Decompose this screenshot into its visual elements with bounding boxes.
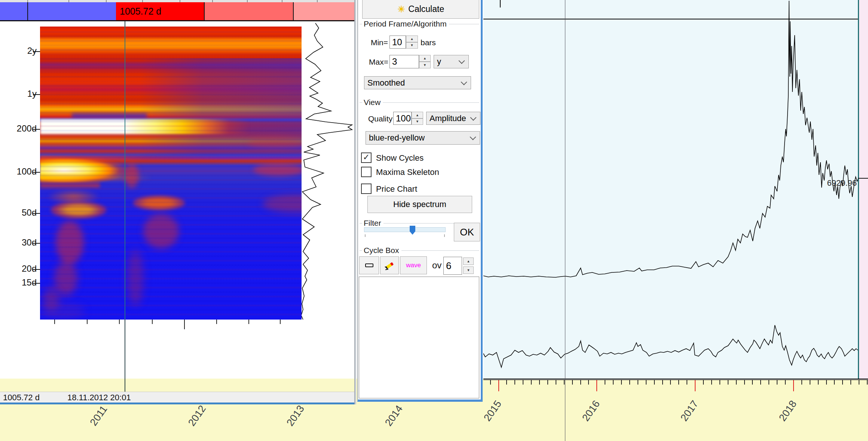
month-tick [760, 380, 761, 385]
year-tick [596, 380, 597, 391]
cycle-bar-segment [204, 2, 293, 20]
year-tick [793, 380, 794, 391]
spectrogram-time-tick [216, 320, 217, 324]
month-tick [711, 380, 712, 385]
min-label: Min= [369, 38, 388, 47]
remove-cycle-button[interactable] [359, 256, 379, 274]
month-tick [703, 380, 704, 385]
checkbox-icon[interactable]: ✓ [361, 152, 372, 163]
current-price-label: 6929.96 [794, 178, 857, 188]
spinner-down-icon[interactable]: ▼ [463, 266, 474, 274]
spinner-up-icon[interactable]: ▲ [463, 257, 474, 265]
month-tick [670, 380, 671, 385]
palette-dropdown[interactable]: blue-red-yellow [366, 131, 480, 145]
year-tick [695, 380, 696, 391]
month-tick [801, 380, 802, 385]
price-chart-panel[interactable]: 6929.96 [483, 0, 868, 379]
month-tick [490, 380, 491, 385]
hide-spectrum-button[interactable]: Hide spectrum [367, 196, 472, 213]
status-datetime-value: 18.11.2012 20:01 [67, 393, 131, 403]
month-tick [646, 380, 647, 385]
cycle-listbox[interactable] [359, 277, 479, 398]
chevron-down-icon [461, 79, 467, 85]
filter-slider-track[interactable] [364, 227, 446, 232]
overtones-field[interactable]: 6 [443, 257, 462, 275]
slider-end-tick [444, 234, 445, 237]
period-axis-label: 20d [0, 263, 37, 274]
group-title: View [364, 98, 380, 107]
palette-value: blue-red-yellow [369, 133, 425, 143]
quality-stepper[interactable]: ▲ ▼ [412, 112, 423, 125]
month-tick [531, 380, 532, 385]
month-tick [506, 380, 507, 385]
status-bar: 1005.72 d 18.11.2012 20:01 [0, 392, 355, 403]
group-title: Filter [364, 219, 381, 228]
period-axis-label: 15d [0, 277, 37, 288]
bars-unit-label: bars [421, 38, 436, 47]
erase-cycles-button[interactable] [380, 256, 399, 274]
spinner-down-icon[interactable]: ▼ [406, 42, 418, 49]
period-axis-label: 100d [0, 166, 37, 177]
overtones-stepper[interactable]: ▲ ▼ [463, 257, 474, 274]
month-tick [514, 380, 515, 385]
heatmap-banding-texture [40, 27, 302, 320]
period-axis-tick [33, 269, 40, 270]
period-axis-tick [33, 94, 40, 95]
min-bars-field[interactable]: 10 [389, 36, 406, 49]
checkbox-icon[interactable] [361, 184, 372, 194]
month-tick [834, 380, 835, 385]
month-tick [654, 380, 655, 385]
display-mode-value: Amplitude [430, 114, 466, 123]
spectrogram-time-tick [54, 320, 55, 324]
app-window: 20112012201320142015201620172018 6929.96… [0, 0, 868, 441]
year-tick [498, 380, 499, 391]
sun-icon: ☀ [397, 4, 406, 15]
month-tick [768, 380, 769, 385]
spectrogram-time-tick [248, 320, 249, 324]
filter-slider-thumb[interactable] [410, 226, 415, 235]
max-unit-value: y [437, 57, 441, 67]
spinner-up-icon[interactable]: ▲ [412, 112, 423, 118]
chevron-down-icon [470, 134, 476, 140]
max-period-field[interactable]: 3 [389, 55, 419, 68]
month-tick [744, 380, 745, 385]
spinner-up-icon[interactable]: ▲ [406, 36, 418, 42]
quality-field[interactable]: 100 [393, 112, 412, 125]
checkbox-icon[interactable] [361, 167, 372, 177]
overtones-label: ov [432, 260, 441, 271]
current-price-marker-line [858, 178, 868, 179]
period-axis-label: 200d [0, 123, 37, 134]
spinner-up-icon[interactable]: ▲ [419, 55, 431, 62]
display-mode-dropdown[interactable]: Amplitude [426, 112, 480, 125]
filter-ok-button[interactable]: OK [454, 223, 480, 241]
period-axis-label: 30d [0, 237, 37, 248]
chart-cursor-tick [500, 0, 501, 7]
month-tick [539, 380, 540, 385]
month-tick [752, 380, 753, 385]
min-bars-stepper[interactable]: ▲ ▼ [406, 36, 418, 49]
price-and-oscillator-curves [483, 0, 868, 379]
month-tick [810, 380, 810, 385]
wave-button[interactable]: wave [400, 256, 427, 274]
checkbox-label: Price Chart [376, 184, 417, 194]
cycle-color-bar[interactable]: 1005.72 d [0, 2, 354, 20]
month-tick [777, 380, 777, 385]
month-tick [613, 380, 614, 385]
slider-end-tick [365, 234, 366, 237]
time-axis-border [483, 379, 868, 380]
month-tick [687, 380, 687, 385]
crosshair-line-highlight [125, 27, 125, 320]
algorithm-dropdown[interactable]: Smoothed [364, 76, 471, 89]
month-tick [818, 380, 819, 385]
calculate-button[interactable]: ☀ Calculate [362, 0, 479, 19]
year-label: 2017 [673, 391, 706, 431]
spectrogram-heatmap[interactable] [40, 27, 302, 320]
spinner-down-icon[interactable]: ▼ [412, 118, 423, 125]
minus-icon [365, 263, 373, 267]
month-tick [859, 380, 859, 385]
max-period-stepper[interactable]: ▲ ▼ [419, 55, 431, 68]
max-unit-dropdown[interactable]: y [434, 55, 469, 68]
period-axis-label: 2y [0, 46, 37, 56]
cycle-bar-segment [0, 2, 27, 20]
spinner-down-icon[interactable]: ▼ [419, 62, 431, 68]
